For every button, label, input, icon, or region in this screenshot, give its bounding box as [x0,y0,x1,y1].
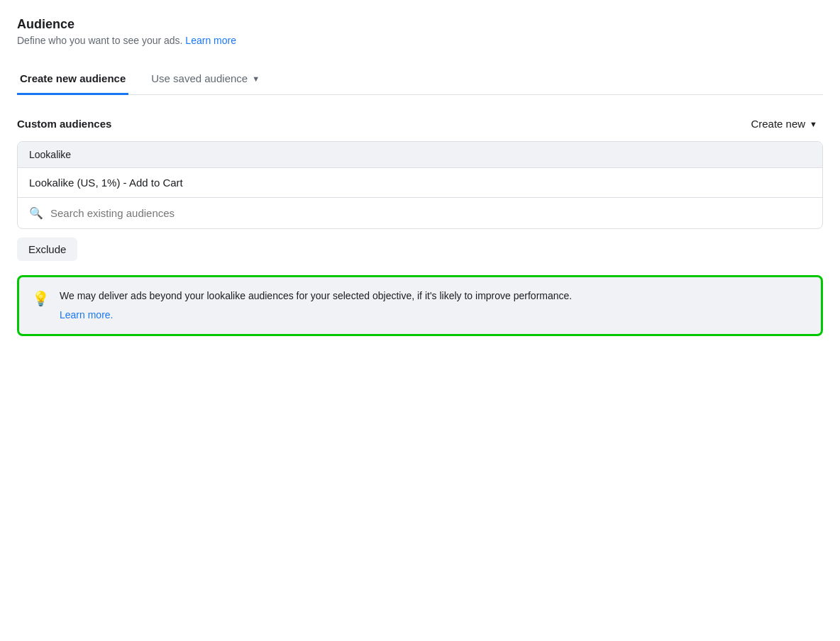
chevron-down-icon: ▼ [252,74,260,83]
tabs-container: Create new audience Use saved audience ▼ [17,63,823,95]
page-subtitle: Define who you want to see your ads. Lea… [17,35,823,46]
search-input[interactable] [50,207,811,219]
create-new-label: Create new [751,118,805,130]
tab-use-saved-audience-label: Use saved audience [151,72,248,84]
tab-create-new-audience[interactable]: Create new audience [17,64,128,95]
exclude-button[interactable]: Exclude [17,238,77,261]
info-text-container: We may deliver ads beyond your lookalike… [60,289,572,323]
info-learn-more-link[interactable]: Learn more. [60,308,572,323]
audience-group-header: Lookalike [18,142,822,167]
create-new-button[interactable]: Create new ▼ [745,115,823,133]
info-box: 💡 We may deliver ads beyond your lookali… [17,275,823,336]
custom-audiences-title: Custom audiences [17,118,111,130]
search-icon: 🔍 [29,206,43,220]
learn-more-link[interactable]: Learn more [185,35,236,46]
page-title: Audience [17,17,823,32]
custom-audiences-section-header: Custom audiences Create new ▼ [17,115,823,133]
audiences-box: Lookalike Lookalike (US, 1%) - Add to Ca… [17,141,823,229]
tab-use-saved-audience[interactable]: Use saved audience ▼ [148,64,262,95]
audience-item-label: Lookalike (US, 1%) - Add to Cart [29,177,183,189]
subtitle-text: Define who you want to see your ads. [17,35,182,46]
chevron-down-icon: ▼ [809,120,817,128]
audience-item[interactable]: Lookalike (US, 1%) - Add to Cart [18,167,822,197]
lightbulb-icon: 💡 [32,290,50,307]
search-row: 🔍 [18,197,822,228]
page-header: Audience Define who you want to see your… [17,17,823,46]
tab-create-new-audience-label: Create new audience [20,72,126,84]
info-text: We may deliver ads beyond your lookalike… [60,290,572,301]
